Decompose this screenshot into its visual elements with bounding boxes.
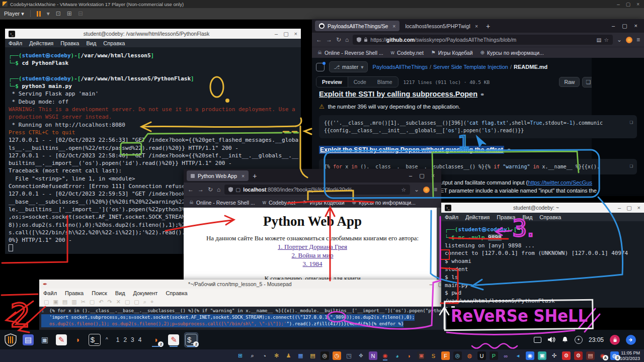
editor-content[interactable]: 1{% for x in ().__class__.__base__.__sub… (39, 307, 447, 330)
firefox-running-icon[interactable]: ◗2 (149, 333, 163, 347)
tab-preview[interactable]: Preview (316, 77, 348, 87)
breadcrumb-repo-link[interactable]: PayloadsAllTheThings (372, 64, 427, 70)
close-button[interactable]: × (637, 205, 640, 211)
terminal-output[interactable]: ┌──(student㉿codeby)-[~]└─$ nc -nvlp 9898… (441, 221, 644, 308)
chrome-a-icon[interactable]: ◉A (598, 351, 607, 360)
pause-dropdown-icon[interactable]: ▾ (47, 10, 50, 17)
player-menu-button[interactable]: Player ▾ (4, 11, 24, 17)
minimize-button[interactable]: – (429, 281, 432, 287)
gear-dark-icon[interactable]: ⚙ (574, 351, 583, 360)
globe-badge-icon[interactable]: ◍3 (610, 351, 619, 360)
vmware-tray-icon[interactable]: ❖ (356, 351, 366, 360)
firefox-host-icon[interactable]: ◗ (405, 351, 414, 360)
tab-phptwig[interactable]: localhost/lesson5/PHPTwigI × (401, 21, 482, 31)
pycharm-icon[interactable]: P (489, 351, 499, 360)
tab-close-icon[interactable]: × (392, 23, 395, 29)
menu-hamburger-icon[interactable]: ≡ (636, 36, 640, 43)
twitter-link[interactable]: https://twitter.com/SecGus (528, 179, 592, 186)
notion-icon[interactable]: ◎ (320, 351, 330, 360)
codeby-shield-icon[interactable] (4, 333, 17, 346)
calendar-icon[interactable]: ▦ (296, 351, 305, 360)
gear-red-icon[interactable]: ⚙ (561, 351, 571, 360)
firefox-account-icon[interactable] (423, 187, 430, 193)
workspace-number[interactable]: 2 (123, 336, 127, 343)
workspace-number[interactable]: 1 (116, 336, 120, 343)
lens-icon[interactable]: ◎ (453, 351, 462, 360)
code-block-subprocess[interactable]: {{(''.__class__.mro()[1].__subclasses__(… (319, 115, 637, 138)
chrome-icon[interactable]: ◉ (380, 351, 390, 360)
terminal-titlebar[interactable]: ›_ student@codeby: /var/www/html/lesson5… (5, 29, 301, 39)
host-clock[interactable]: 11:05 PM 10/2/2023 (620, 350, 640, 361)
bell-icon[interactable] (561, 336, 569, 343)
pause-vm-button[interactable] (37, 11, 41, 17)
toolbar-icon[interactable]: ▢ (125, 299, 130, 305)
book-link[interactable]: 1. Портрет Дориана Грея (184, 242, 441, 251)
bookmark-item[interactable]: ⚑Игры Кодебай (303, 200, 345, 206)
vmware-maximize-button[interactable]: ▢ (626, 2, 630, 7)
firefox-icon[interactable]: ◗ (71, 333, 85, 347)
mousepad-icon[interactable]: ✎ (55, 333, 68, 347)
f-app-icon[interactable]: F (441, 351, 450, 360)
chevron-up-icon[interactable]: ^ (106, 337, 108, 342)
home-icon[interactable]: ⌂ (345, 36, 349, 43)
tab-code[interactable]: Code (348, 77, 372, 87)
ubuntu-timer-icon[interactable]: ◷ (332, 351, 342, 360)
anchor-link-icon[interactable]: ⚭ (507, 147, 511, 153)
bookmark-item[interactable]: ☠Online - Reverse Shell ... (317, 50, 383, 56)
vm-clock[interactable]: 23:05 (589, 336, 604, 343)
book-link[interactable]: 3. 1984 (184, 259, 441, 268)
forward-icon[interactable]: → (198, 186, 204, 193)
start-icon[interactable]: ⊞ (235, 351, 245, 360)
menu-item[interactable]: Вид (83, 40, 100, 46)
toolbar-icon[interactable]: ▢ (134, 299, 139, 305)
close-button[interactable]: × (432, 172, 435, 179)
terminal-running-icon[interactable]: $_2 (185, 333, 198, 347)
minimize-button[interactable]: – (618, 205, 621, 211)
map-pin-icon[interactable]: ◉ (525, 351, 535, 360)
forward-icon[interactable]: → (326, 36, 332, 43)
menu-item[interactable]: Справка (162, 290, 191, 296)
toolbar-icon[interactable]: ↶ (99, 299, 103, 305)
menu-item[interactable]: Справка (536, 214, 565, 220)
update-arrow-icon[interactable] (626, 335, 636, 345)
maximize-button[interactable]: ▢ (622, 23, 627, 29)
minimize-button[interactable]: – (612, 23, 615, 29)
back-icon[interactable]: ← (316, 36, 322, 43)
bookmark-item[interactable]: wCodeby.net (263, 200, 295, 206)
menu-item[interactable]: Вид (519, 214, 536, 220)
pocket-icon[interactable]: ⌄ (414, 186, 419, 193)
copy-code-icon[interactable]: ❏ (626, 118, 633, 126)
minimize-button[interactable]: – (409, 172, 412, 179)
file-manager-icon[interactable]: ▤ (22, 333, 35, 347)
toolbar-icon[interactable]: ↷ (107, 299, 112, 305)
vmware-close-button[interactable]: × (636, 2, 639, 7)
minimize-button[interactable]: – (275, 31, 278, 37)
bookmark-item[interactable]: ⊕Курсы по информаци... (352, 200, 416, 206)
unreal-icon[interactable]: U (477, 351, 487, 360)
bookmark-item[interactable]: ⊕Курсы по информаци... (480, 50, 544, 56)
firefox-account-icon[interactable] (626, 37, 632, 43)
scrollbar[interactable] (437, 208, 441, 282)
bookmark-star-icon[interactable]: ☆ (401, 187, 406, 193)
toolbar-icon[interactable]: ⌕ (143, 299, 146, 305)
power-icon[interactable]: ✦ (575, 336, 583, 344)
anchor-link-icon[interactable]: ⚭ (480, 92, 485, 98)
bookmark-item[interactable]: wCodeby.net (391, 50, 424, 56)
close-button[interactable]: × (294, 31, 297, 37)
home-icon[interactable]: ⌂ (217, 186, 220, 193)
mousepad-titlebar[interactable]: ✒ *~/Рабочий стол/tmp_lesson_5 - Mousepa… (39, 280, 447, 289)
sidebar-toggle-icon[interactable] (316, 63, 325, 71)
workspace-number[interactable]: 4 (138, 336, 142, 343)
branch-selector[interactable]: ⎇master▾ (329, 61, 368, 72)
tab-python-web-app[interactable]: Python Web App × (187, 170, 249, 181)
toolbar-icon[interactable]: ⌖ (150, 299, 153, 305)
url-bar[interactable]: https://github.com/swisskyrepo/PayloadsA… (353, 35, 613, 45)
menu-item[interactable]: Файл (39, 290, 61, 296)
tab-close-icon[interactable]: × (242, 173, 245, 179)
moth-icon[interactable]: ✣ (549, 351, 559, 360)
terminal-titlebar[interactable]: ›_ student@codeby: ~ – ▢ × (441, 203, 644, 213)
menu-item[interactable]: Файл (5, 40, 26, 46)
workspace-number[interactable]: 3 (131, 336, 134, 343)
toolbar-icon[interactable]: ✂ (81, 299, 86, 305)
reader-mode-icon[interactable]: ▤ (597, 37, 602, 43)
